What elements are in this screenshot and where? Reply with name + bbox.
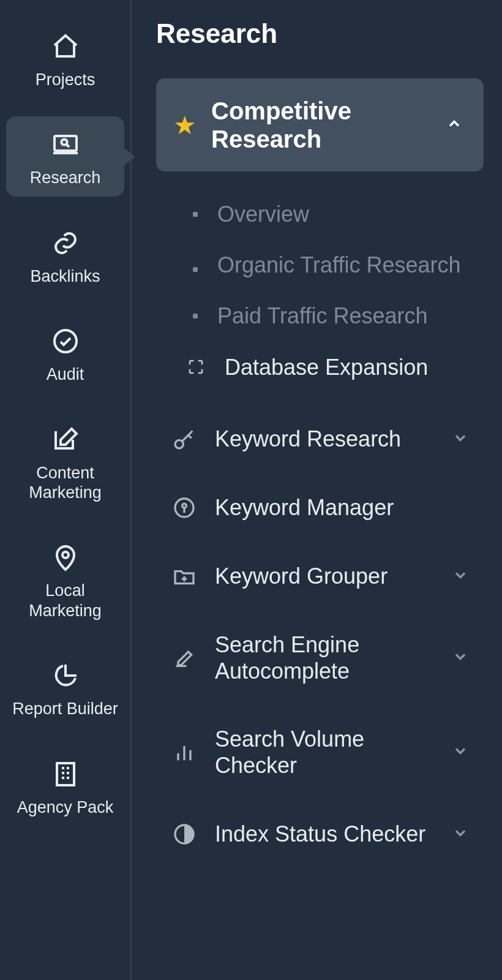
map-pin-icon bbox=[48, 540, 83, 575]
nav-item-audit[interactable]: Audit bbox=[6, 313, 124, 393]
bullet-icon bbox=[193, 212, 198, 217]
section-index-status-checker[interactable]: Index Status Checker bbox=[156, 800, 484, 869]
section-label: Search Volume Checker bbox=[215, 726, 435, 778]
section-label: Keyword Manager bbox=[215, 494, 469, 521]
nav-rail: Projects Research Backlinks Audit Conten… bbox=[0, 0, 132, 980]
section-label: Keyword Grouper bbox=[215, 563, 435, 589]
sub-item-paid-traffic[interactable]: Paid Traffic Research bbox=[156, 290, 484, 341]
key-icon bbox=[171, 426, 198, 453]
star-icon: ★ bbox=[173, 110, 197, 140]
building-icon bbox=[48, 757, 83, 791]
check-circle-icon bbox=[48, 324, 83, 358]
chevron-down-icon bbox=[452, 648, 469, 668]
section-keyword-grouper[interactable]: Keyword Grouper bbox=[156, 542, 484, 611]
nav-item-research[interactable]: Research bbox=[6, 116, 124, 196]
svg-point-5 bbox=[175, 440, 183, 448]
sub-label: Overview bbox=[217, 201, 309, 227]
nav-label: Projects bbox=[36, 70, 96, 89]
section-search-autocomplete[interactable]: Search Engine Autocomplete bbox=[156, 611, 484, 705]
nav-item-report-builder[interactable]: Report Builder bbox=[6, 647, 124, 727]
svg-point-3 bbox=[62, 552, 69, 558]
keyhole-circle-icon bbox=[171, 494, 198, 521]
nav-label: Report Builder bbox=[12, 699, 118, 718]
folder-plus-icon bbox=[171, 563, 198, 590]
bullet-icon bbox=[193, 267, 198, 272]
section-competitive-research[interactable]: ★ Competitive Research bbox=[156, 78, 484, 172]
nav-label: Content Marketing bbox=[10, 463, 121, 503]
sub-label: Database Expansion bbox=[225, 354, 428, 380]
sub-label: Organic Traffic Research bbox=[217, 252, 461, 278]
bar-chart-icon bbox=[171, 739, 198, 766]
laptop-search-icon bbox=[48, 127, 83, 162]
edit-square-icon bbox=[48, 423, 83, 457]
sub-item-organic-traffic[interactable]: Organic Traffic Research bbox=[156, 239, 484, 290]
expand-icon bbox=[187, 358, 205, 376]
sub-item-database-expansion[interactable]: Database Expansion bbox=[156, 342, 484, 393]
chevron-down-icon bbox=[452, 824, 469, 844]
section-label: Keyword Research bbox=[215, 426, 435, 452]
chevron-down-icon bbox=[452, 429, 469, 449]
main-panel: Research ★ Competitive Research Overview… bbox=[132, 0, 502, 980]
nav-label: Backlinks bbox=[30, 266, 100, 286]
section-search-volume-checker[interactable]: Search Volume Checker bbox=[156, 705, 484, 799]
bullet-icon bbox=[193, 314, 198, 318]
svg-point-1 bbox=[61, 140, 67, 145]
nav-item-agency-pack[interactable]: Agency Pack bbox=[6, 746, 124, 826]
section-keyword-research[interactable]: Keyword Research bbox=[156, 405, 484, 473]
pie-chart-icon bbox=[48, 658, 83, 693]
nav-label: Audit bbox=[47, 364, 84, 384]
half-circle-icon bbox=[171, 821, 198, 848]
chevron-down-icon bbox=[452, 567, 469, 586]
nav-item-projects[interactable]: Projects bbox=[6, 18, 124, 98]
section-label: Competitive Research bbox=[211, 97, 431, 153]
nav-item-backlinks[interactable]: Backlinks bbox=[6, 215, 124, 295]
svg-rect-4 bbox=[57, 763, 74, 785]
nav-label: Agency Pack bbox=[17, 797, 114, 817]
chevron-down-icon bbox=[452, 742, 469, 762]
competitive-research-submenu: Overview Organic Traffic Research Paid T… bbox=[156, 183, 484, 405]
svg-point-2 bbox=[54, 330, 77, 352]
home-icon bbox=[48, 29, 83, 64]
sub-item-overview[interactable]: Overview bbox=[156, 189, 484, 239]
nav-label: Research bbox=[30, 168, 101, 187]
nav-item-content-marketing[interactable]: Content Marketing bbox=[6, 412, 124, 511]
section-label: Index Status Checker bbox=[215, 821, 435, 847]
section-label: Search Engine Autocomplete bbox=[215, 631, 435, 684]
pencil-underline-icon bbox=[171, 644, 198, 671]
nav-item-local-marketing[interactable]: Local Marketing bbox=[6, 529, 124, 629]
link-icon bbox=[48, 226, 83, 260]
chevron-up-icon bbox=[446, 115, 463, 135]
section-keyword-manager[interactable]: Keyword Manager bbox=[156, 473, 484, 542]
svg-point-7 bbox=[182, 503, 187, 508]
page-title: Research bbox=[156, 18, 484, 49]
sub-label: Paid Traffic Research bbox=[217, 303, 428, 329]
nav-label: Local Marketing bbox=[10, 581, 121, 620]
